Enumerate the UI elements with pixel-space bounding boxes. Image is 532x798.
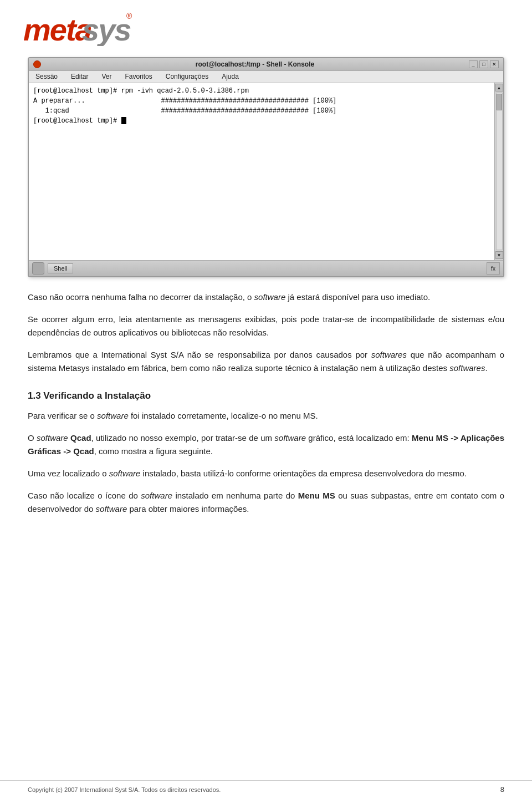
terminal-menu-sessao[interactable]: Sessão: [33, 72, 60, 81]
terminal-close-button[interactable]: [33, 60, 41, 68]
terminal-close-x-button[interactable]: ✕: [490, 60, 499, 68]
taskbar-right-button[interactable]: fx: [487, 262, 500, 275]
scroll-thumb[interactable]: [497, 94, 502, 110]
taskbar-icon: [32, 262, 44, 275]
terminal-menu-ajuda[interactable]: Ajuda: [219, 72, 241, 81]
terminal-scrollbar[interactable]: ▲ ▼: [494, 83, 503, 260]
paragraph-1: Caso não ocorra nenhuma falha no decorre…: [28, 291, 504, 304]
paragraph-5: O software Qcad, utilizado no nosso exem…: [28, 431, 504, 458]
terminal-titlebar: root@localhost:/tmp - Shell - Konsole _ …: [29, 58, 503, 71]
svg-text:sys: sys: [82, 12, 131, 46]
terminal-line-4: [root@localhost tmp]#: [33, 116, 490, 126]
copyright-text: Copyright (c) 2007 International Syst S/…: [28, 786, 221, 793]
terminal-cursor: [121, 117, 126, 124]
paragraph-3: Lembramos que a International Syst S/A n…: [28, 348, 504, 375]
terminal-menubar: Sessão Editar Ver Favoritos Configuraçõe…: [29, 71, 503, 83]
main-content: root@localhost:/tmp - Shell - Konsole _ …: [0, 52, 532, 547]
page-number: 8: [500, 785, 504, 794]
terminal-title: root@localhost:/tmp - Shell - Konsole: [45, 60, 464, 68]
scroll-track: [496, 93, 503, 250]
footer: Copyright (c) 2007 International Syst S/…: [0, 780, 532, 798]
terminal-menu-favoritos[interactable]: Favoritos: [122, 72, 154, 81]
taskbar-shell-button[interactable]: Shell: [48, 263, 73, 273]
terminal-maximize-button[interactable]: □: [479, 60, 488, 68]
paragraph-6: Uma vez localizado o software instalado,…: [28, 467, 504, 480]
scroll-up-arrow[interactable]: ▲: [495, 84, 503, 92]
terminal-body-wrapper: [root@localhost tmp]# rpm -ivh qcad-2.0.…: [29, 83, 503, 260]
terminal-line-2: A preparar... ##########################…: [33, 96, 490, 106]
terminal-line-3: 1:qcad #################################…: [33, 106, 490, 116]
section-heading-1-3: 1.3 Verificando a Instalação: [28, 390, 504, 401]
terminal-menu-editar[interactable]: Editar: [69, 72, 90, 81]
logo-container: meta sys ®: [22, 10, 510, 46]
terminal-window-buttons: _ □ ✕: [469, 60, 499, 68]
terminal-window: root@localhost:/tmp - Shell - Konsole _ …: [28, 57, 504, 277]
paragraph-4: Para verificar se o software foi instala…: [28, 409, 504, 423]
terminal-menu-ver[interactable]: Ver: [99, 72, 114, 81]
terminal-menu-configuracoes[interactable]: Configurações: [163, 72, 211, 81]
terminal-line-1: [root@localhost tmp]# rpm -ivh qcad-2.0.…: [33, 86, 490, 96]
svg-text:®: ®: [126, 12, 132, 21]
paragraph-2: Se ocorrer algum erro, leia atentamente …: [28, 313, 504, 339]
metasys-logo: meta sys ®: [22, 10, 133, 46]
terminal-body[interactable]: [root@localhost tmp]# rpm -ivh qcad-2.0.…: [29, 83, 494, 260]
terminal-minimize-button[interactable]: _: [469, 60, 478, 68]
paragraph-7: Caso não localize o ícone do software in…: [28, 489, 504, 516]
terminal-taskbar: Shell fx: [29, 260, 503, 276]
header: meta sys ®: [0, 0, 532, 52]
scroll-down-arrow[interactable]: ▼: [495, 251, 503, 259]
